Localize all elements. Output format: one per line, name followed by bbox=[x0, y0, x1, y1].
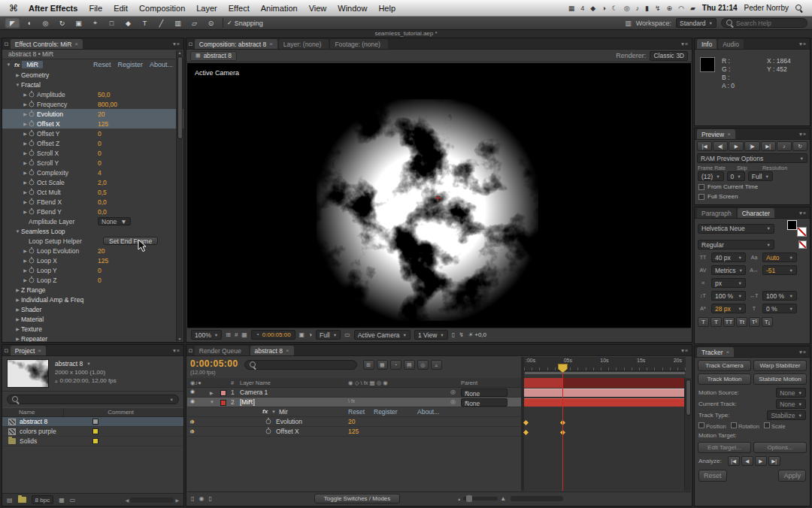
expand-render-pane-icon[interactable]: ◉ bbox=[198, 495, 204, 502]
property-value[interactable]: 125 bbox=[98, 257, 108, 265]
help-search-input[interactable] bbox=[736, 20, 802, 27]
property-label[interactable]: Evolution bbox=[276, 418, 302, 425]
graph-editor-icon[interactable]: ▵ bbox=[431, 360, 442, 370]
stopwatch-icon[interactable] bbox=[29, 131, 35, 136]
property-row[interactable]: ▶ Oct Mult 0,5 ▼ bbox=[2, 187, 183, 197]
magnification-dropdown[interactable]: 100%▼ bbox=[191, 330, 222, 340]
scrollbar[interactable] bbox=[684, 378, 691, 491]
property-value[interactable]: 0 bbox=[98, 130, 102, 138]
set-end-frame-button[interactable]: Set End Frame bbox=[103, 237, 158, 245]
panel-tab[interactable]: Info bbox=[697, 39, 717, 49]
preview-resolution-dropdown[interactable]: Full▼ bbox=[748, 171, 773, 181]
stopwatch-icon[interactable] bbox=[29, 209, 35, 214]
analyze-step-button[interactable]: ◀ bbox=[741, 456, 753, 466]
property-row[interactable]: ▶ Material ▼ bbox=[2, 314, 183, 324]
property-row[interactable]: ▼ Fractal ▼ bbox=[2, 80, 183, 89]
effect-name[interactable]: MiR bbox=[22, 61, 43, 68]
close-icon[interactable]: × bbox=[286, 347, 289, 354]
resolution-dropdown[interactable]: Full▼ bbox=[316, 330, 341, 340]
project-item-row[interactable]: abstract 8 bbox=[2, 417, 183, 427]
camera-tool[interactable]: ▣ bbox=[71, 17, 86, 29]
layer-row-camera[interactable]: ◉ ▶ 1 Camera 1 ◎ None▼ bbox=[187, 388, 521, 398]
selection-tool[interactable]: ◤ bbox=[5, 17, 20, 29]
stopwatch-icon[interactable] bbox=[266, 419, 271, 425]
footage-thumbnail[interactable] bbox=[7, 359, 49, 388]
panel-menu-icon[interactable]: ▼≡ bbox=[797, 210, 807, 216]
property-row[interactable]: ▶ Loop Y 0 ▼ bbox=[2, 265, 183, 275]
tab-effect-controls[interactable]: Effect Controls: MiR× bbox=[11, 39, 83, 49]
close-icon[interactable]: × bbox=[38, 347, 41, 354]
zoom-out-icon[interactable]: ▲ bbox=[457, 497, 461, 501]
track-camera-button[interactable]: Track Camera bbox=[698, 360, 751, 371]
skip-dropdown[interactable]: 0▼ bbox=[727, 171, 745, 181]
menubar-clock[interactable]: Thu 21:14 bbox=[702, 4, 738, 12]
brush-tool[interactable]: ╱ bbox=[153, 17, 169, 29]
effect-link[interactable]: Reset bbox=[93, 61, 111, 68]
horizontal-scale-dropdown[interactable]: 100 %▼ bbox=[762, 291, 797, 301]
zoom-in-icon[interactable]: ▲ bbox=[500, 495, 506, 502]
mask-visibility-icon[interactable]: ▦ bbox=[241, 331, 247, 338]
property-row[interactable]: ▶ Scroll Y 0 ▼ bbox=[2, 158, 183, 168]
close-icon[interactable]: × bbox=[726, 349, 730, 355]
expander-icon[interactable]: ▶ bbox=[22, 248, 29, 253]
panel-tab[interactable]: Composition: abstract 8× bbox=[195, 39, 277, 49]
expander-icon[interactable]: ▶ bbox=[22, 92, 29, 97]
property-value[interactable]: 0,0 bbox=[98, 208, 107, 216]
property-row[interactable]: ▶ Offset X 125 ▼ bbox=[2, 119, 183, 129]
property-label[interactable]: Offset X bbox=[276, 428, 299, 435]
property-value[interactable]: 0 bbox=[98, 150, 102, 157]
full-screen-checkbox[interactable]: Full Screen bbox=[695, 192, 810, 201]
effect-row-mir[interactable]: fx ▼ Mir Reset Register About... bbox=[187, 407, 521, 417]
channels-icon[interactable]: ◑ bbox=[308, 331, 312, 338]
transport-button[interactable]: ▶| bbox=[761, 141, 776, 151]
faux-style-button[interactable]: T bbox=[710, 317, 722, 327]
transport-button[interactable]: |◀ bbox=[697, 141, 712, 151]
scroll-down-icon[interactable]: ▼ bbox=[178, 337, 182, 341]
property-value[interactable]: 0 bbox=[98, 159, 102, 167]
label-color-chip[interactable] bbox=[92, 428, 98, 434]
faux-style-button[interactable]: T bbox=[698, 317, 709, 327]
panel-menu-icon[interactable]: ▼≡ bbox=[797, 349, 807, 355]
menu-item[interactable]: Effect bbox=[229, 4, 250, 13]
property-value[interactable]: 20 bbox=[98, 247, 105, 255]
expander-icon[interactable]: ▶ bbox=[14, 316, 21, 322]
property-row[interactable]: ▶ Oct Scale 2,0 ▼ bbox=[2, 177, 183, 187]
property-row[interactable]: ▶ Repeater ▼ bbox=[2, 334, 183, 343]
expander-icon[interactable]: ▶ bbox=[22, 150, 29, 156]
number-column-header[interactable]: # bbox=[231, 379, 234, 386]
zoom-slider[interactable] bbox=[463, 497, 498, 500]
property-value[interactable]: 125 bbox=[348, 428, 359, 435]
interpret-footage-icon[interactable]: ▤ bbox=[7, 497, 13, 503]
video-visibility-icon[interactable]: ◉ bbox=[190, 398, 195, 404]
status-icon[interactable]: 4 bbox=[580, 5, 584, 12]
fast-preview-icon[interactable]: ↯ bbox=[459, 331, 464, 338]
stabilize-motion-button[interactable]: Stabilize Motion bbox=[753, 373, 807, 385]
panel-menu-icon[interactable]: ▼≡ bbox=[679, 41, 689, 47]
scroll-right-icon[interactable]: ▶ bbox=[175, 497, 179, 503]
property-row[interactable]: ▶ Offset Z 0 ▼ bbox=[2, 138, 183, 148]
snapshot-icon[interactable]: ▣ bbox=[299, 331, 305, 338]
keyframe-diamond[interactable] bbox=[523, 430, 529, 435]
stopwatch-icon[interactable] bbox=[29, 111, 35, 116]
layer-bar-mir[interactable] bbox=[524, 398, 686, 407]
layer-bar-camera[interactable] bbox=[524, 389, 686, 397]
timeline-graph-area[interactable]: :00s05s10s15s20s bbox=[524, 357, 686, 491]
pen-tool[interactable]: ◆ bbox=[120, 17, 136, 29]
property-row[interactable]: ▶ FBend X 0,0 ▼ bbox=[2, 197, 183, 207]
reset-button[interactable]: Reset bbox=[698, 470, 727, 482]
status-icon[interactable]: ◑ bbox=[601, 5, 605, 12]
parent-pickwhip-icon[interactable]: ◎ bbox=[450, 389, 456, 395]
frame-blending-icon[interactable]: ▤ bbox=[404, 360, 415, 370]
expander-icon[interactable]: ▶ bbox=[22, 180, 29, 185]
eraser-tool[interactable]: ▱ bbox=[186, 17, 202, 29]
expand-transfer-pane-icon[interactable]: ▯ bbox=[208, 495, 211, 502]
status-icon[interactable]: ◎ bbox=[624, 5, 630, 12]
faux-style-button[interactable]: Tt bbox=[736, 317, 747, 327]
menu-item[interactable]: File bbox=[89, 4, 102, 13]
horizontal-scrollbar[interactable] bbox=[511, 496, 563, 501]
new-composition-icon[interactable]: ▦ bbox=[59, 497, 65, 503]
property-row[interactable]: ▶ Complexity 4 ▼ bbox=[2, 168, 183, 177]
effect-link[interactable]: About... bbox=[150, 61, 173, 68]
timeline-tab[interactable]: Render Queue bbox=[195, 346, 249, 355]
shape-tool[interactable]: □ bbox=[104, 17, 120, 29]
